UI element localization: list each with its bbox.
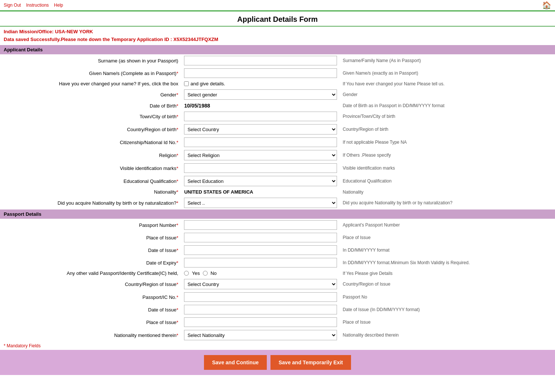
place-issue2-hint: Place of Issue: [340, 316, 555, 328]
religion-row: Religion* Select Religion Hindu Muslim C…: [0, 149, 555, 162]
name-change-hint: If You have ever changed your Name Pleas…: [340, 79, 555, 88]
country-issue-hint: Country/Region of Issue: [340, 277, 555, 291]
education-hint: Educational Qualification: [340, 174, 555, 188]
other-passport-input-cell: Yes No: [181, 269, 340, 277]
place-issue2-input[interactable]: [184, 317, 337, 327]
passport-number-row: Passport Number* Applicant's Passport Nu…: [0, 219, 555, 231]
religion-label: Religion*: [0, 149, 181, 162]
surname-input[interactable]: [184, 56, 337, 65]
name-change-label: Have you ever changed your name? If yes,…: [0, 79, 181, 88]
nationality-row: Nationality* UNITED STATES OF AMERICA Na…: [0, 188, 555, 196]
mission-label: Indian Mission/Office:: [4, 29, 54, 34]
passport-number-hint: Applicant's Passport Number: [340, 219, 555, 231]
acquired-input-cell: Select .. By Birth By Naturalization: [181, 196, 340, 209]
education-select[interactable]: Select Education Below Matriculation Mat…: [184, 176, 337, 186]
signout-link[interactable]: Sign Out: [4, 3, 21, 8]
country-issue-label: Country/Region of Issue*: [0, 277, 181, 291]
acquired-nationality-row: Did you acquire Nationality by birth or …: [0, 196, 555, 209]
town-hint: Province/Town/City of birth: [340, 110, 555, 123]
date-issue-input-cell: [181, 244, 340, 256]
nationality-value-cell: UNITED STATES OF AMERICA: [181, 188, 340, 196]
passport-number-input[interactable]: [184, 220, 337, 230]
passport-ic-input-cell: [181, 291, 340, 303]
citizenship-label: Citizenship/National Id No.*: [0, 136, 181, 149]
gender-select[interactable]: Select gender Male Female Other: [184, 89, 337, 100]
page-wrapper: Sign Out Instructions Help 🏠 Applicant D…: [0, 0, 555, 375]
nationality-hint: Nationality: [340, 188, 555, 196]
town-label: Town/City of birth*: [0, 110, 181, 123]
given-name-label: Given Name/s (Complete as in Passport)*: [0, 67, 181, 79]
top-nav: Sign Out Instructions Help 🏠: [0, 0, 555, 11]
citizenship-input-cell: [181, 136, 340, 149]
passport-ic-row: Passport/IC No.* Passport No: [0, 291, 555, 303]
other-passport-no-radio[interactable]: [203, 271, 208, 276]
gender-input-cell: Select gender Male Female Other: [181, 88, 340, 101]
gender-hint: Gender: [340, 88, 555, 101]
citizenship-input[interactable]: [184, 137, 337, 147]
surname-input-cell: [181, 54, 340, 67]
nationality-therein-hint: Nationality described therein: [340, 328, 555, 342]
other-passport-yes-radio[interactable]: [184, 271, 189, 276]
date-issue2-label: Date of Issue*: [0, 303, 181, 316]
acquired-select[interactable]: Select .. By Birth By Naturalization: [184, 198, 337, 208]
place-issue2-row: Place of Issue* Place of Issue: [0, 316, 555, 328]
visible-marks-label: Visible identification marks*: [0, 162, 181, 174]
country-birth-label: Country/Region of birth*: [0, 123, 181, 136]
gender-label: Gender*: [0, 88, 181, 101]
acquired-label: Did you acquire Nationality by birth or …: [0, 196, 181, 209]
religion-select[interactable]: Select Religion Hindu Muslim Christian S…: [184, 150, 337, 160]
date-expiry-input[interactable]: [184, 258, 337, 267]
date-expiry-input-cell: [181, 256, 340, 269]
visible-marks-input[interactable]: [184, 163, 337, 173]
country-birth-input-cell: Select Country: [181, 123, 340, 136]
passport-ic-label: Passport/IC No.*: [0, 291, 181, 303]
passport-ic-input[interactable]: [184, 292, 337, 302]
country-birth-select[interactable]: Select Country: [184, 124, 337, 134]
dob-value: 10/05/1988: [184, 103, 210, 109]
country-issue-select[interactable]: Select Country: [184, 279, 337, 289]
given-name-input-cell: [181, 67, 340, 79]
name-change-checkbox[interactable]: [184, 81, 189, 86]
religion-hint: If Others .Please specify: [340, 149, 555, 162]
help-link[interactable]: Help: [54, 3, 63, 8]
home-icon[interactable]: 🏠: [542, 1, 551, 10]
save-exit-button[interactable]: Save and Temporarily Exit: [270, 355, 351, 370]
save-continue-button[interactable]: Save and Continue: [204, 355, 267, 370]
mandatory-note: * Mandatory Fields: [0, 342, 555, 350]
nav-links: Sign Out Instructions Help: [4, 3, 63, 8]
nationality-therein-input-cell: Select Nationality: [181, 328, 340, 342]
passport-number-label: Passport Number*: [0, 219, 181, 231]
button-row: Save and Continue Save and Temporarily E…: [0, 350, 555, 375]
visible-marks-hint: Visible identification marks: [340, 162, 555, 174]
other-passport-row: Any other valid Passport/Identity Certif…: [0, 269, 555, 277]
place-issue2-input-cell: [181, 316, 340, 328]
date-issue-input[interactable]: [184, 245, 337, 255]
instructions-link[interactable]: Instructions: [26, 3, 49, 8]
date-issue2-input-cell: [181, 303, 340, 316]
page-title: Applicant Details Form: [0, 11, 555, 27]
acquired-hint: Did you acquire Nationality by birth or …: [340, 196, 555, 209]
visible-marks-input-cell: [181, 162, 340, 174]
education-input-cell: Select Education Below Matriculation Mat…: [181, 174, 340, 188]
surname-hint: Surname/Family Name (As in Passport): [340, 54, 555, 67]
nationality-value: UNITED STATES OF AMERICA: [184, 189, 253, 195]
nationality-therein-select[interactable]: Select Nationality: [184, 330, 337, 340]
dob-value-cell: 10/05/1988: [181, 101, 340, 110]
place-issue-row: Place of Issue* Place of Issue: [0, 231, 555, 244]
passport-number-input-cell: [181, 219, 340, 231]
dob-hint: Date of Birth as in Passport in DD/MM/YY…: [340, 101, 555, 110]
country-birth-hint: Country/Region of birth: [340, 123, 555, 136]
nationality-therein-row: Nationality mentioned therein* Select Na…: [0, 328, 555, 342]
date-issue2-input[interactable]: [184, 305, 337, 314]
given-name-input[interactable]: [184, 68, 337, 78]
place-issue-input[interactable]: [184, 233, 337, 242]
place-issue-input-cell: [181, 231, 340, 244]
country-issue-row: Country/Region of Issue* Select Country …: [0, 277, 555, 291]
country-birth-row: Country/Region of birth* Select Country …: [0, 123, 555, 136]
place-issue-label: Place of Issue*: [0, 231, 181, 244]
town-input[interactable]: [184, 112, 337, 121]
mission-line: Indian Mission/Office: USA-NEW YORK: [0, 27, 555, 35]
citizenship-row: Citizenship/National Id No.* If not appl…: [0, 136, 555, 149]
other-passport-label: Any other valid Passport/Identity Certif…: [0, 269, 181, 277]
date-issue-hint: In DD/MM/YYYY format: [340, 244, 555, 256]
